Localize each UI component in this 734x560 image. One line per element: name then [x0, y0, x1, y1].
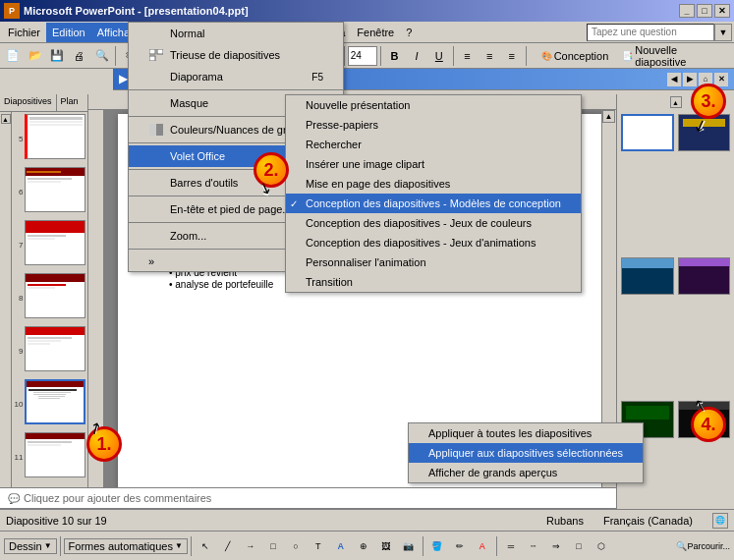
toolbar-sep7 — [526, 46, 527, 66]
parcourir-area[interactable]: 🔍 Parcourir... — [676, 541, 730, 551]
slide-6-thumb[interactable] — [25, 167, 85, 212]
font-size-selector[interactable] — [348, 46, 377, 66]
right-thumb-1[interactable] — [621, 114, 674, 151]
textbox-button[interactable]: T — [308, 535, 329, 557]
sub-transition-label: Transition — [306, 276, 353, 288]
align-center[interactable]: ≡ — [479, 45, 500, 67]
3d-button[interactable]: ⬡ — [591, 535, 612, 557]
barres-label: Barres d'outils — [170, 177, 238, 189]
select-button[interactable]: ↖ — [195, 535, 216, 557]
entete-label: En-tête et pied de page... — [170, 203, 292, 215]
conception-button[interactable]: 🎨 Conception — [537, 48, 613, 64]
sub-transition[interactable]: Transition — [286, 272, 581, 292]
print-button[interactable]: 🖨 — [69, 45, 90, 67]
dessin-arrow: ▼ — [44, 541, 52, 550]
rect-button[interactable]: □ — [262, 535, 284, 557]
open-button[interactable]: 📂 — [25, 45, 46, 67]
draw-sep1 — [60, 536, 61, 556]
slide-7-thumb[interactable] — [25, 220, 85, 265]
menu-fenetre[interactable]: Fenêtre — [351, 23, 400, 42]
save-button[interactable]: 💾 — [46, 45, 68, 67]
sep1 — [129, 89, 343, 90]
slide-10-thumb[interactable] — [25, 379, 85, 424]
panel-close-button[interactable]: ✕ — [714, 73, 728, 86]
slide-8-thumb[interactable] — [25, 273, 85, 318]
underline-button[interactable]: U — [428, 45, 450, 67]
comments-icon: 💬 — [8, 493, 20, 504]
menu-normal[interactable]: Normal — [129, 23, 343, 44]
close-button[interactable]: ✕ — [714, 4, 730, 18]
right-scroll-up[interactable]: ▲ — [670, 96, 682, 108]
nouvelle-diapositive-button[interactable]: 📑 Nouvelle diapositive — [618, 42, 732, 70]
slide-8-content — [26, 282, 85, 291]
right-thumb-3[interactable] — [621, 257, 674, 295]
panel-back-button[interactable]: ◀ — [667, 73, 681, 86]
menu-help[interactable]: ? — [400, 23, 418, 42]
align-right[interactable]: ≡ — [501, 45, 523, 67]
sub-inserer-image[interactable]: Insérer une image clipart — [286, 154, 581, 174]
sub-presse-papiers[interactable]: Presse-papiers — [286, 115, 581, 135]
bold-button[interactable]: B — [384, 45, 406, 67]
number-1: 1. — [96, 434, 111, 455]
shadow-button[interactable]: □ — [568, 535, 590, 557]
panel-forward-button[interactable]: ▶ — [683, 73, 697, 86]
align-left[interactable]: ≡ — [457, 45, 479, 67]
scroll-up[interactable]: ▲ — [1, 114, 11, 124]
conception-bar-icon: ▶ — [119, 73, 127, 85]
arrow-line-button[interactable]: → — [240, 535, 261, 557]
preview-button[interactable]: 🔍 — [91, 45, 113, 67]
apply-selectionnees[interactable]: Appliquer aux diapositives sélectionnées — [409, 443, 643, 463]
menu-fichier[interactable]: Fichier — [2, 23, 46, 42]
line-button[interactable]: ╱ — [217, 535, 239, 557]
right-thumb-4[interactable] — [678, 257, 731, 295]
menu-trieuse[interactable]: Trieuse de diapositives — [129, 44, 343, 66]
draw-sep4 — [496, 536, 497, 556]
scroll-up-btn[interactable]: ▲ — [602, 110, 615, 123]
sub-conception-couleurs[interactable]: Conception des diapositives - Jeux de co… — [286, 213, 581, 233]
dashstyle-button[interactable]: ╌ — [523, 535, 544, 557]
parcourir-icon: 🔍 — [676, 541, 687, 551]
toolbar-sep5 — [380, 46, 381, 66]
picture-button[interactable]: 📷 — [398, 535, 420, 557]
draw-sep2 — [191, 536, 192, 556]
oval-button[interactable]: ○ — [285, 535, 307, 557]
number-3-circle: 3. — [691, 84, 726, 119]
new-button[interactable]: 📄 — [2, 45, 24, 67]
clipart-button[interactable]: 🖼 — [375, 535, 397, 557]
dessin-button[interactable]: Dessin ▼ — [4, 538, 57, 554]
sub-rechercher[interactable]: Rechercher — [286, 135, 581, 154]
diagram-button[interactable]: ⊕ — [353, 535, 374, 557]
italic-button[interactable]: I — [406, 45, 427, 67]
svg-rect-1 — [157, 49, 163, 54]
search-button[interactable]: ▼ — [714, 24, 732, 41]
fontcolor-button[interactable]: A — [472, 535, 493, 557]
slide-5-thumb[interactable] — [25, 114, 85, 159]
sub-personnaliser[interactable]: Personnaliser l'animation — [286, 252, 581, 272]
normal-label: Normal — [170, 28, 204, 39]
minimize-button[interactable]: _ — [679, 4, 695, 18]
wordart-button[interactable]: A — [330, 535, 352, 557]
apply-grands-apercus[interactable]: Afficher de grands aperçus — [409, 463, 643, 482]
sub-nouvelle-presentation[interactable]: Nouvelle présentation — [286, 95, 581, 115]
arrowstyle-button[interactable]: ⇒ — [545, 535, 567, 557]
maximize-button[interactable]: □ — [697, 4, 712, 18]
sub-conception-modeles[interactable]: ✓ Conception des diapositives - Modèles … — [286, 194, 581, 213]
menu-edition[interactable]: Edition — [46, 23, 91, 42]
search-input[interactable] — [587, 24, 714, 41]
slide-11-thumb[interactable] — [25, 432, 85, 477]
language-button[interactable]: 🌐 — [712, 513, 728, 529]
tab-diapositives[interactable]: Diapositives — [0, 94, 57, 111]
slide-9-thumb[interactable] — [25, 326, 85, 371]
fillcolor-button[interactable]: 🪣 — [426, 535, 448, 557]
formes-button[interactable]: Formes automatiques ▼ — [64, 538, 188, 554]
sub-mise-en-page[interactable]: Mise en page des diapositives — [286, 174, 581, 194]
apply-toutes[interactable]: Appliquer à toutes les diapositives — [409, 423, 643, 443]
sub-conception-animations[interactable]: Conception des diapositives - Jeux d'ani… — [286, 233, 581, 252]
tab-plan[interactable]: Plan — [57, 94, 83, 111]
linecolor-button[interactable]: ✏ — [449, 535, 471, 557]
slide-5-wrapper: 5 — [14, 114, 85, 163]
draw-sep3 — [423, 536, 423, 556]
linestyle-button[interactable]: ═ — [500, 535, 522, 557]
menu-diaporama-item[interactable]: Diaporama F5 — [129, 66, 343, 87]
right-thumb-2[interactable] — [678, 114, 731, 151]
